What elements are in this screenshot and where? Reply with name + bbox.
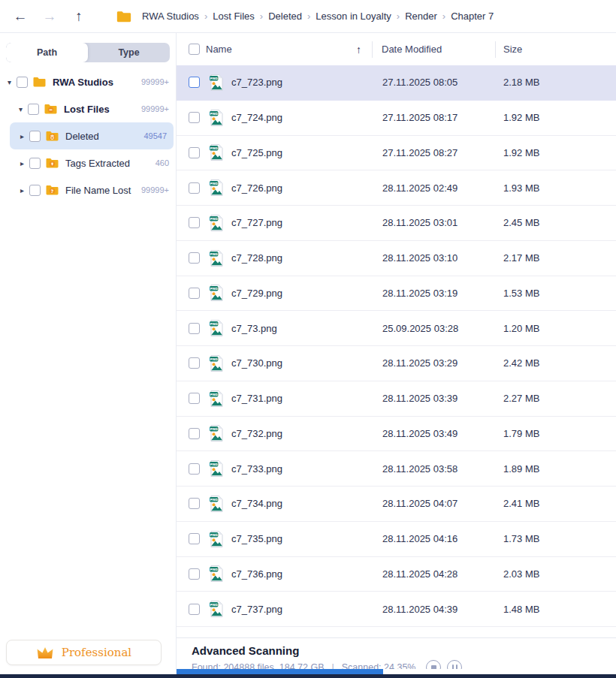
chevron-down-icon[interactable]: ▾: [5, 78, 14, 86]
crown-icon: [36, 646, 54, 660]
file-row[interactable]: PNGc7_724.png27.11.2025 08:171.92 MB: [177, 101, 616, 136]
file-date: 28.11.2025 04:28: [373, 568, 496, 580]
row-checkbox[interactable]: [189, 604, 200, 615]
breadcrumb-separator: ›: [204, 11, 207, 22]
tree-checkbox[interactable]: [29, 131, 41, 142]
file-date: 28.11.2025 02:49: [373, 182, 496, 194]
tree-item-lost-files[interactable]: ▾Lost Files99999+: [0, 95, 176, 122]
png-file-icon: PNG: [209, 460, 225, 478]
back-button[interactable]: ←: [11, 9, 30, 23]
row-checkbox[interactable]: [189, 463, 200, 475]
file-row[interactable]: PNGc7_728.png28.11.2025 03:102.17 MB: [177, 241, 616, 276]
file-row[interactable]: PNGc7_726.png28.11.2025 02:491.93 MB: [177, 170, 616, 206]
file-row[interactable]: PNGc7_729.png28.11.2025 03:191.53 MB: [177, 276, 616, 312]
file-date: 28.11.2025 03:29: [373, 357, 496, 369]
svg-text:PNG: PNG: [210, 111, 219, 115]
column-header-size[interactable]: Size: [496, 44, 616, 55]
png-file-icon: PNG: [209, 214, 225, 232]
file-name: c7_735.png: [231, 533, 373, 544]
view-switcher: PathType: [6, 43, 170, 62]
row-checkbox[interactable]: [189, 533, 200, 544]
select-all-checkbox[interactable]: [189, 44, 200, 55]
png-file-icon: PNG: [209, 249, 225, 267]
file-size: 2.03 MB: [496, 568, 616, 580]
breadcrumb-item-rwa-studios[interactable]: RWA Studios: [142, 11, 199, 22]
tree-checkbox[interactable]: [17, 77, 28, 88]
file-row[interactable]: PNGc7_736.png28.11.2025 04:282.03 MB: [177, 557, 616, 592]
file-list: PNGc7_723.png27.11.2025 08:052.18 MBPNGc…: [177, 65, 616, 637]
file-row[interactable]: PNGc7_731.png28.11.2025 03:392.27 MB: [177, 381, 616, 417]
row-checkbox[interactable]: [189, 428, 200, 439]
row-checkbox[interactable]: [189, 498, 200, 509]
file-row[interactable]: PNGc7_730.png28.11.2025 03:292.42 MB: [177, 346, 616, 381]
file-size: 1.48 MB: [496, 604, 616, 615]
row-checkbox[interactable]: [189, 568, 200, 580]
png-file-icon: PNG: [209, 495, 225, 513]
sort-ascending-icon[interactable]: ↑: [356, 44, 361, 56]
svg-text:PNG: PNG: [210, 568, 219, 571]
breadcrumb-separator: ›: [442, 11, 445, 22]
tree-item-file-name-lost[interactable]: ▸?File Name Lost99999+: [0, 176, 176, 203]
breadcrumb-item-lost-files[interactable]: Lost Files: [213, 11, 255, 22]
svg-text:PNG: PNG: [210, 287, 219, 291]
svg-text:PNG: PNG: [210, 146, 219, 150]
professional-label: Professional: [62, 646, 131, 659]
svg-text:PNG: PNG: [210, 77, 219, 80]
tree-checkbox[interactable]: [29, 158, 41, 169]
breadcrumb-item-lesson-in-loyalty[interactable]: Lesson in Loyalty: [316, 11, 391, 22]
file-date: 28.11.2025 03:01: [373, 217, 496, 228]
tree-item-tags-extracted[interactable]: ▸Tags Extracted460: [0, 149, 176, 176]
file-row[interactable]: PNGc7_735.png28.11.2025 04:161.73 MB: [177, 522, 616, 557]
png-file-icon: PNG: [209, 109, 225, 127]
tree-item-count: 99999+: [141, 185, 169, 194]
forward-button[interactable]: →: [40, 9, 59, 23]
file-row[interactable]: PNGc7_73.png25.09.2025 03:281.20 MB: [177, 311, 616, 346]
breadcrumb-item-chapter-7[interactable]: Chapter 7: [451, 11, 494, 22]
file-row[interactable]: PNGc7_737.png28.11.2025 04:391.48 MB: [177, 592, 616, 627]
row-checkbox[interactable]: [189, 182, 200, 194]
tree-checkbox[interactable]: [28, 104, 39, 115]
professional-button[interactable]: Professional: [6, 640, 162, 665]
tree-item-label: RWA Studios: [53, 77, 113, 88]
chevron-right-icon[interactable]: ▸: [17, 159, 27, 167]
png-file-icon: PNG: [209, 390, 225, 408]
breadcrumb-item-deleted[interactable]: Deleted: [268, 11, 302, 22]
file-row[interactable]: PNGc7_733.png28.11.2025 03:581.89 MB: [177, 451, 616, 487]
row-checkbox[interactable]: [189, 217, 200, 228]
tab-type[interactable]: Type: [88, 43, 170, 62]
chevron-right-icon[interactable]: ▸: [17, 186, 27, 194]
file-size: 2.41 MB: [496, 498, 616, 509]
up-button[interactable]: ↑: [69, 9, 89, 23]
svg-text:PNG: PNG: [210, 427, 219, 431]
chevron-right-icon[interactable]: ▸: [17, 132, 27, 140]
file-row[interactable]: PNGc7_732.png28.11.2025 03:491.79 MB: [177, 417, 616, 452]
svg-text:?: ?: [51, 188, 54, 194]
tree-checkbox[interactable]: [29, 185, 41, 196]
breadcrumb-item-render[interactable]: Render: [405, 11, 437, 22]
row-checkbox[interactable]: [189, 77, 200, 88]
tree-item-label: Lost Files: [64, 104, 110, 115]
tab-path[interactable]: Path: [6, 43, 88, 62]
row-checkbox[interactable]: [189, 288, 200, 299]
column-header-date-modified[interactable]: Date Modified: [373, 44, 495, 55]
row-checkbox[interactable]: [189, 323, 200, 334]
chevron-down-icon[interactable]: ▾: [16, 105, 26, 113]
png-file-icon: PNG: [209, 530, 225, 548]
window-bottom-bar: [0, 674, 616, 678]
file-size: 1.89 MB: [496, 463, 616, 475]
row-checkbox[interactable]: [189, 112, 200, 123]
row-checkbox[interactable]: [189, 147, 200, 158]
row-checkbox[interactable]: [189, 252, 200, 264]
file-row[interactable]: PNGc7_725.png27.11.2025 08:271.92 MB: [177, 136, 616, 171]
svg-text:PNG: PNG: [210, 463, 219, 466]
tree-item-rwa-studios[interactable]: ▾RWA Studios99999+: [0, 68, 176, 95]
row-checkbox[interactable]: [189, 393, 200, 404]
file-row[interactable]: PNGc7_723.png27.11.2025 08:052.18 MB: [177, 65, 616, 101]
file-name: c7_734.png: [231, 498, 373, 509]
file-row[interactable]: PNGc7_734.png28.11.2025 04:072.41 MB: [177, 487, 616, 522]
column-header-name[interactable]: Name: [206, 44, 232, 55]
file-row[interactable]: PNGc7_727.png28.11.2025 03:012.45 MB: [177, 206, 616, 241]
tree-item-deleted[interactable]: ▸Deleted49547: [10, 122, 174, 149]
file-size: 1.92 MB: [496, 147, 616, 158]
row-checkbox[interactable]: [189, 357, 200, 369]
